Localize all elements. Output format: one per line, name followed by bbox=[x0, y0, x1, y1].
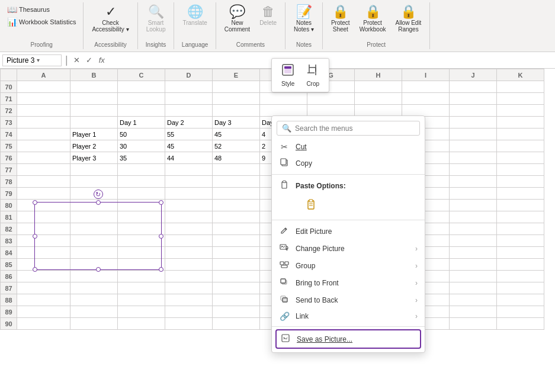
smart-lookup-button[interactable]: 🔍 SmartLookup bbox=[143, 4, 169, 34]
cell[interactable] bbox=[17, 271, 70, 282]
cell[interactable] bbox=[165, 93, 213, 105]
cell[interactable] bbox=[17, 128, 70, 140]
handle-bottom-left[interactable] bbox=[33, 267, 37, 272]
cell[interactable] bbox=[402, 105, 450, 117]
cell[interactable] bbox=[497, 235, 544, 247]
crop-button[interactable]: Crop bbox=[301, 61, 324, 89]
cell[interactable] bbox=[450, 93, 497, 105]
context-menu-save-as-picture[interactable]: Save as Picture... bbox=[275, 329, 421, 349]
cell[interactable] bbox=[213, 200, 260, 211]
cell[interactable] bbox=[497, 211, 544, 223]
cell[interactable] bbox=[118, 93, 165, 105]
cell[interactable] bbox=[70, 117, 118, 128]
cell[interactable] bbox=[450, 200, 497, 211]
notes-button[interactable]: 📝 NotesNotes ▾ bbox=[290, 4, 317, 34]
cell[interactable] bbox=[165, 105, 213, 117]
context-menu-copy[interactable]: Copy bbox=[272, 155, 425, 172]
cell[interactable] bbox=[450, 176, 497, 188]
cell[interactable] bbox=[165, 294, 213, 306]
workbook-statistics-button[interactable]: 📊 Workbook Statistics bbox=[5, 16, 78, 28]
cell[interactable]: Day 3 bbox=[213, 117, 260, 128]
cell[interactable] bbox=[497, 294, 544, 306]
delete-button[interactable]: 🗑 Delete bbox=[256, 4, 280, 28]
cell[interactable] bbox=[213, 176, 260, 188]
cell[interactable]: Player 1 bbox=[70, 128, 118, 140]
cell[interactable] bbox=[165, 271, 213, 282]
cell[interactable] bbox=[118, 188, 165, 200]
cell[interactable] bbox=[118, 105, 165, 117]
cell[interactable] bbox=[307, 105, 355, 117]
context-menu-change-picture[interactable]: Change Picture › bbox=[272, 240, 425, 257]
cell[interactable] bbox=[70, 271, 118, 282]
cell[interactable] bbox=[165, 247, 213, 259]
cell[interactable] bbox=[165, 223, 213, 235]
col-header-k[interactable]: K bbox=[497, 69, 544, 81]
cell[interactable] bbox=[497, 318, 544, 330]
thesaurus-button[interactable]: 📖 Thesaurus bbox=[5, 4, 78, 15]
cell[interactable] bbox=[497, 128, 544, 140]
cell[interactable] bbox=[70, 81, 118, 93]
cell[interactable] bbox=[213, 294, 260, 306]
cell[interactable] bbox=[70, 282, 118, 294]
cell[interactable] bbox=[118, 176, 165, 188]
cell[interactable] bbox=[497, 188, 544, 200]
cell[interactable] bbox=[450, 152, 497, 164]
cell[interactable] bbox=[213, 105, 260, 117]
cell[interactable] bbox=[450, 81, 497, 93]
formula-x-icon[interactable]: ✕ bbox=[72, 56, 82, 65]
handle-top-left[interactable] bbox=[33, 200, 37, 205]
rotate-handle[interactable]: ↻ bbox=[94, 189, 103, 199]
col-header-j[interactable]: J bbox=[450, 69, 497, 81]
cell[interactable] bbox=[355, 105, 402, 117]
handle-top-middle[interactable] bbox=[96, 200, 101, 205]
cell[interactable] bbox=[450, 140, 497, 152]
cell[interactable] bbox=[450, 117, 497, 128]
cell[interactable] bbox=[450, 318, 497, 330]
context-menu-cut[interactable]: ✂ Cut bbox=[272, 139, 425, 155]
cell[interactable] bbox=[118, 164, 165, 176]
formula-check-icon[interactable]: ✓ bbox=[84, 56, 94, 65]
cell[interactable] bbox=[17, 306, 70, 318]
name-box-dropdown-icon[interactable]: ▾ bbox=[37, 57, 40, 63]
col-header-d[interactable]: D bbox=[165, 69, 213, 81]
context-menu-search[interactable]: 🔍 bbox=[277, 121, 420, 136]
cell[interactable] bbox=[70, 306, 118, 318]
cell[interactable] bbox=[213, 271, 260, 282]
cell[interactable] bbox=[450, 223, 497, 235]
cell[interactable] bbox=[17, 282, 70, 294]
cell[interactable]: 50 bbox=[118, 128, 165, 140]
cell[interactable] bbox=[497, 81, 544, 93]
context-menu-edit-picture[interactable]: Edit Picture bbox=[272, 223, 425, 240]
cell[interactable] bbox=[450, 282, 497, 294]
cell[interactable] bbox=[497, 271, 544, 282]
cell[interactable] bbox=[70, 105, 118, 117]
formula-input[interactable] bbox=[110, 55, 553, 66]
cell[interactable] bbox=[165, 282, 213, 294]
cell[interactable] bbox=[213, 211, 260, 223]
cell[interactable] bbox=[213, 247, 260, 259]
cell[interactable] bbox=[118, 318, 165, 330]
cell[interactable] bbox=[497, 200, 544, 211]
cell[interactable] bbox=[118, 282, 165, 294]
cell[interactable] bbox=[213, 259, 260, 271]
col-header-b[interactable]: B bbox=[70, 69, 118, 81]
cell[interactable]: 55 bbox=[165, 128, 213, 140]
col-header-c[interactable]: C bbox=[118, 69, 165, 81]
col-header-e[interactable]: E bbox=[213, 69, 260, 81]
cell[interactable] bbox=[165, 259, 213, 271]
new-comment-button[interactable]: 💬 NewComment bbox=[221, 4, 254, 34]
cell[interactable] bbox=[70, 93, 118, 105]
context-menu-link[interactable]: 🔗 Link › bbox=[272, 309, 425, 324]
handle-middle-left[interactable] bbox=[33, 234, 37, 239]
formula-fx-icon[interactable]: fx bbox=[97, 56, 107, 65]
cell[interactable] bbox=[165, 235, 213, 247]
cell[interactable] bbox=[260, 93, 307, 105]
picture-selection[interactable]: ↻ bbox=[34, 202, 162, 270]
cell[interactable] bbox=[213, 318, 260, 330]
context-menu-bring-to-front[interactable]: Bring to Front › bbox=[272, 274, 425, 291]
handle-bottom-middle[interactable] bbox=[96, 267, 101, 272]
cell[interactable]: 35 bbox=[118, 152, 165, 164]
cell[interactable] bbox=[497, 259, 544, 271]
cell[interactable]: 45 bbox=[213, 128, 260, 140]
cell[interactable] bbox=[70, 164, 118, 176]
